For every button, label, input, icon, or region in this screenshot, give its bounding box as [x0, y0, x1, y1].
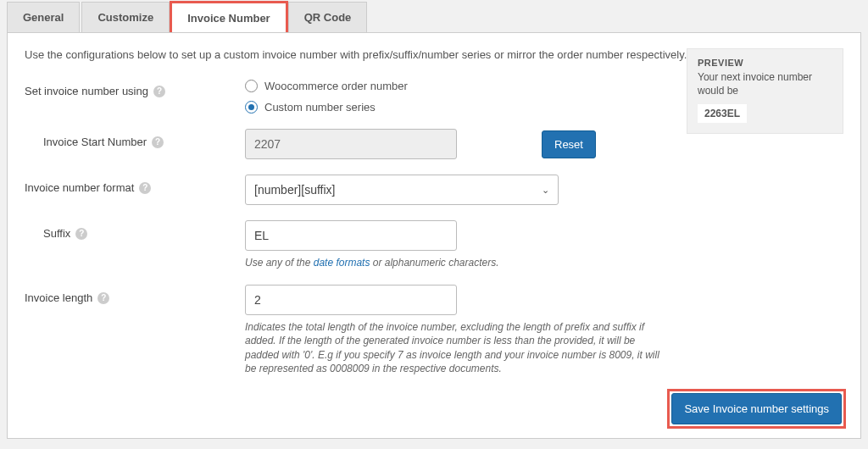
start-number-input: 2207	[245, 129, 457, 159]
save-button[interactable]: Save Invoice number settings	[671, 393, 842, 424]
radio-icon	[245, 80, 258, 92]
preview-text: Your next invoice number would be	[698, 71, 832, 97]
radio-custom-label: Custom number series	[264, 101, 376, 114]
reset-button[interactable]: Reset	[542, 130, 596, 158]
label-set-using: Set invoice number using ?	[25, 78, 245, 97]
label-start-number: Invoice Start Number ?	[25, 129, 245, 148]
label-format-text: Invoice number format	[25, 181, 134, 194]
settings-panel: Use the configurations below to set up a…	[7, 32, 861, 439]
suffix-input[interactable]	[245, 220, 457, 251]
label-suffix-text: Suffix	[43, 227, 70, 240]
tab-qr-code[interactable]: QR Code	[288, 2, 368, 32]
preview-value: 2263EL	[698, 104, 747, 123]
format-value: [number][suffix]	[254, 183, 335, 197]
suffix-hint-post: or alphanumeric characters.	[370, 257, 498, 269]
help-icon[interactable]: ?	[152, 136, 164, 148]
help-icon[interactable]: ?	[97, 292, 109, 304]
preview-title: PREVIEW	[698, 58, 832, 68]
tab-customize[interactable]: Customize	[81, 2, 170, 32]
date-formats-link[interactable]: date formats	[314, 257, 370, 269]
label-format: Invoice number format ?	[25, 175, 245, 194]
radio-custom-series[interactable]: Custom number series	[245, 101, 669, 114]
radio-icon	[245, 101, 258, 114]
label-start-number-text: Invoice Start Number	[43, 136, 147, 148]
tab-general[interactable]: General	[7, 2, 80, 32]
suffix-hint: Use any of the date formats or alphanume…	[245, 256, 669, 269]
help-icon[interactable]: ?	[139, 182, 151, 194]
save-highlight: Save Invoice number settings	[670, 391, 843, 426]
chevron-down-icon: ⌄	[542, 185, 549, 196]
radio-woo-label: Woocommerce order number	[264, 80, 408, 92]
tab-bar: General Customize Invoice Number QR Code	[7, 0, 861, 32]
help-icon[interactable]: ?	[153, 86, 165, 97]
tab-invoice-number[interactable]: Invoice Number	[171, 3, 287, 33]
help-icon[interactable]: ?	[75, 228, 87, 240]
label-length: Invoice length ?	[25, 285, 245, 304]
length-hint: Indicates the total length of the invoic…	[245, 320, 669, 375]
label-set-using-text: Set invoice number using	[25, 85, 148, 97]
suffix-hint-pre: Use any of the	[245, 257, 314, 269]
format-select[interactable]: [number][suffix] ⌄	[245, 175, 559, 205]
length-input[interactable]	[245, 285, 457, 315]
label-suffix: Suffix ?	[25, 220, 245, 240]
label-length-text: Invoice length	[25, 291, 92, 304]
radio-woo-order[interactable]: Woocommerce order number	[245, 80, 669, 92]
preview-box: PREVIEW Your next invoice number would b…	[687, 48, 843, 134]
